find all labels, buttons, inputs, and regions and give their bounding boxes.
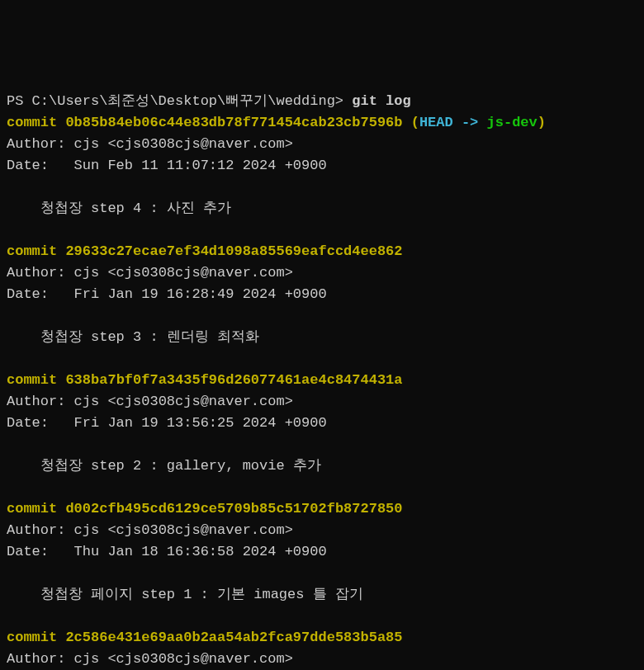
commit-message-2: 청첩장 step 2 : gallery, movie 추가	[7, 458, 321, 474]
commit-message-3: 청첩창 페이지 step 1 : 기본 images 틀 잡기	[7, 587, 363, 602]
commit-hash: 29633c27ecae7ef34d1098a85569eafccd4ee862	[65, 243, 402, 259]
commit-line-3: commit d002cfb495cd6129ce5709b85c51702fb…	[7, 501, 403, 517]
commit-hash: 638ba7bf0f7a3435f96d26077461ae4c8474431a	[65, 372, 402, 388]
commit-line-0: commit 0b85b84eb06c44e83db78f771454cab23…	[7, 115, 546, 130]
commit-hash: d002cfb495cd6129ce5709b85c51702fb8727850	[65, 501, 402, 517]
commit-hash: 2c586e431e69aa0b2aa54ab2fca97dde583b5a85	[65, 630, 402, 645]
ref-close: )	[537, 115, 546, 130]
date-line-0: Date: Sun Feb 11 11:07:12 2024 +0900	[7, 158, 327, 173]
commit-message-0: 청첩장 step 4 : 사진 추가	[7, 201, 231, 216]
prompt-path: PS C:\Users\최준성\Desktop\뻐꾸기\wedding>	[7, 93, 352, 109]
commit-label: commit	[7, 372, 65, 388]
terminal-output[interactable]: PS C:\Users\최준성\Desktop\뻐꾸기\wedding> git…	[7, 91, 637, 670]
git-log-command: git log	[352, 93, 410, 109]
author-line-1: Author: cjs <cjs0308cjs@naver.com>	[7, 265, 293, 281]
author-line-0: Author: cjs <cjs0308cjs@naver.com>	[7, 136, 293, 152]
date-line-3: Date: Thu Jan 18 16:36:58 2024 +0900	[7, 544, 327, 559]
commit-line-2: commit 638ba7bf0f7a3435f96d26077461ae4c8…	[7, 372, 403, 388]
author-line-2: Author: cjs <cjs0308cjs@naver.com>	[7, 394, 293, 409]
author-line-3: Author: cjs <cjs0308cjs@naver.com>	[7, 522, 293, 538]
head-ref: HEAD ->	[419, 115, 487, 130]
commit-label: commit	[7, 115, 65, 130]
commit-line-1: commit 29633c27ecae7ef34d1098a85569eafcc…	[7, 243, 403, 259]
author-line-4: Author: cjs <cjs0308cjs@naver.com>	[7, 651, 293, 667]
commit-label: commit	[7, 243, 65, 259]
commit-label: commit	[7, 630, 65, 645]
ref-open: (	[403, 115, 419, 130]
commit-hash: 0b85b84eb06c44e83db78f771454cab23cb7596b	[65, 115, 402, 130]
commit-label: commit	[7, 501, 65, 517]
commit-line-4: commit 2c586e431e69aa0b2aa54ab2fca97dde5…	[7, 630, 403, 645]
commit-message-1: 청첩장 step 3 : 렌더링 최적화	[7, 329, 259, 345]
branch-ref: js-dev	[487, 115, 537, 130]
date-line-2: Date: Fri Jan 19 13:56:25 2024 +0900	[7, 415, 327, 431]
date-line-1: Date: Fri Jan 19 16:28:49 2024 +0900	[7, 286, 327, 302]
